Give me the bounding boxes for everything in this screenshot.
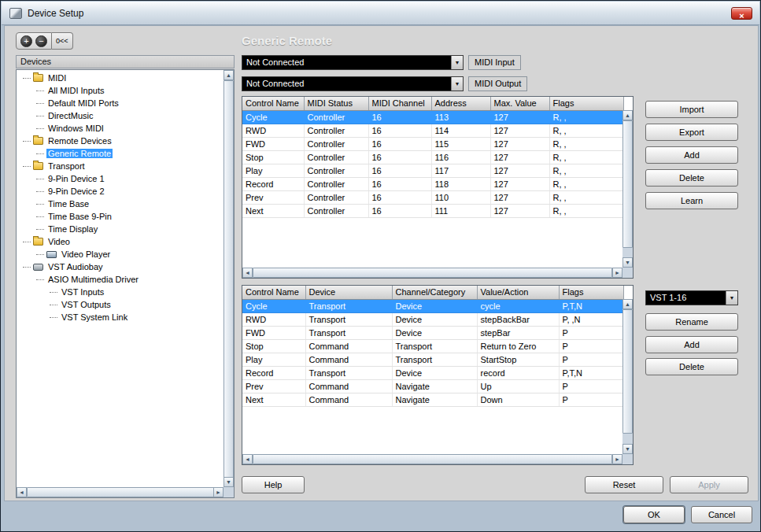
scroll-right-icon[interactable]: ► — [612, 268, 622, 278]
scroll-left-icon[interactable]: ◄ — [242, 454, 253, 464]
tree-item-remote-devices[interactable]: Remote Devices — [17, 135, 223, 147]
table-row-rwd[interactable]: RWDController16114127R, , — [242, 124, 624, 137]
table-row-next[interactable]: NextCommandNavigateDownP — [242, 393, 624, 406]
tree-item-9-pin-device-1[interactable]: 9-Pin Device 1 — [17, 172, 223, 185]
scroll-right-icon[interactable]: ► — [213, 487, 223, 497]
scroll-thumb[interactable] — [622, 120, 633, 248]
table-row-stop[interactable]: StopController16116127R, , — [242, 150, 624, 164]
midi-input-select[interactable]: Not Connected ▼ — [242, 55, 464, 70]
column-header-flags[interactable]: Flags — [549, 97, 624, 110]
scroll-thumb[interactable] — [253, 268, 612, 278]
assignment-table-horizontal-scrollbar[interactable]: ◄ ► — [242, 454, 622, 464]
export-button[interactable]: Export — [645, 124, 738, 141]
scroll-thumb[interactable] — [27, 487, 215, 497]
tree-item-directmusic[interactable]: DirectMusic — [17, 109, 223, 122]
cell: Command — [305, 339, 392, 353]
tree-item-vst-system-link[interactable]: VST System Link — [17, 311, 223, 323]
table-row-rwd[interactable]: RWDTransportDevicestepBackBarP, ,N — [242, 312, 624, 326]
rename-button[interactable]: Rename — [645, 313, 738, 331]
tree-item-transport[interactable]: Transport — [17, 160, 223, 172]
scroll-thumb[interactable] — [253, 454, 612, 464]
tree-item-vst-inputs[interactable]: VST Inputs — [17, 286, 223, 298]
tree-item-9-pin-device-2[interactable]: 9-Pin Device 2 — [17, 185, 223, 198]
cell: 127 — [490, 110, 549, 124]
scroll-down-icon[interactable]: ▼ — [622, 257, 633, 268]
tree-item-windows-midi[interactable]: Windows MIDI — [17, 122, 223, 135]
column-header-max-value[interactable]: Max. Value — [490, 97, 549, 110]
column-header-midi-status[interactable]: MIDI Status — [304, 97, 368, 110]
scroll-thumb[interactable] — [223, 80, 234, 478]
tree-item-time-base[interactable]: Time Base — [17, 198, 223, 210]
column-header-midi-channel[interactable]: MIDI Channel — [368, 97, 431, 110]
cell: FWD — [242, 137, 304, 150]
cancel-button[interactable]: Cancel — [691, 506, 752, 523]
tree-item-all-midi-inputs[interactable]: All MIDI Inputs — [17, 84, 223, 97]
scroll-up-icon[interactable]: ▲ — [223, 70, 234, 80]
table-row-play[interactable]: PlayController16117127R, , — [242, 164, 624, 177]
import-button[interactable]: Import — [645, 101, 738, 118]
table-row-prev[interactable]: PrevController16110127R, , — [242, 190, 624, 204]
tree-item-video-player[interactable]: Video Player — [17, 248, 223, 260]
scroll-left-icon[interactable]: ◄ — [17, 487, 27, 497]
tree-item-time-display[interactable]: Time Display — [17, 223, 223, 235]
midi-table-vertical-scrollbar[interactable]: ▲ ▼ — [622, 110, 633, 268]
scroll-down-icon[interactable]: ▼ — [622, 444, 633, 454]
scroll-up-icon[interactable]: ▲ — [622, 110, 633, 120]
table-row-fwd[interactable]: FWDController16115127R, , — [242, 137, 624, 150]
delete-button[interactable]: Delete — [645, 169, 738, 187]
add-device-button[interactable]: + — [20, 35, 32, 47]
tree-item-vst-audiobay[interactable]: VST Audiobay — [17, 260, 223, 273]
tree-item-asio-multimedia-driver[interactable]: ASIO Multimedia Driver — [17, 273, 223, 286]
tree-item-default-midi-ports[interactable]: Default MIDI Ports — [17, 97, 223, 109]
scroll-down-icon[interactable]: ▼ — [223, 477, 234, 487]
chevron-down-icon[interactable]: ▼ — [451, 77, 463, 91]
table-row-cycle[interactable]: CycleController16113127R, , — [242, 110, 624, 124]
tree-item-vst-outputs[interactable]: VST Outputs — [17, 298, 223, 311]
column-header-channel-category[interactable]: Channel/Category — [392, 286, 477, 299]
column-header-control-name[interactable]: Control Name — [242, 286, 305, 299]
chevron-down-icon[interactable]: ▼ — [451, 56, 463, 69]
table-row-record[interactable]: RecordTransportDevicerecordP,T,N — [242, 366, 624, 379]
table-row-prev[interactable]: PrevCommandNavigateUpP — [242, 379, 624, 393]
add-button[interactable]: Add — [645, 146, 738, 164]
column-header-device[interactable]: Device — [305, 286, 392, 299]
midi-input-label: MIDI Input — [468, 55, 521, 70]
assignment-table-vertical-scrollbar[interactable]: ▲ ▼ — [622, 299, 633, 454]
table-row-cycle[interactable]: CycleTransportDevicecycleP,T,N — [242, 299, 624, 312]
titlebar[interactable]: Device Setup × — [2, 2, 759, 25]
close-button[interactable]: × — [731, 7, 752, 20]
remove-device-button[interactable]: − — [35, 35, 47, 47]
apply-button[interactable]: Apply — [670, 476, 748, 493]
collapse-all-button[interactable]: 0<< — [52, 32, 73, 50]
column-header-address[interactable]: Address — [431, 97, 490, 110]
reset-button[interactable]: Reset — [585, 476, 663, 493]
tree-horizontal-scrollbar[interactable]: ◄ ► — [17, 487, 223, 497]
bank-add-button[interactable]: Add — [645, 336, 738, 353]
cell: Down — [477, 393, 559, 406]
learn-button[interactable]: Learn — [645, 192, 738, 209]
ok-button[interactable]: OK — [623, 506, 685, 523]
bank-delete-button[interactable]: Delete — [645, 358, 738, 375]
tree-item-generic-remote[interactable]: Generic Remote — [17, 147, 223, 160]
column-header-value-action[interactable]: Value/Action — [477, 286, 559, 299]
scroll-left-icon[interactable]: ◄ — [242, 268, 253, 278]
midi-table-horizontal-scrollbar[interactable]: ◄ ► — [242, 268, 622, 278]
table-row-stop[interactable]: StopCommandTransportReturn to ZeroP — [242, 339, 624, 353]
tree-item-time-base-9-pin[interactable]: Time Base 9-Pin — [17, 210, 223, 223]
table-row-play[interactable]: PlayCommandTransportStartStopP — [242, 353, 624, 366]
chevron-down-icon[interactable]: ▼ — [726, 291, 737, 305]
midi-output-select[interactable]: Not Connected ▼ — [242, 76, 464, 91]
scroll-thumb[interactable] — [622, 309, 633, 434]
table-row-next[interactable]: NextController16111127R, , — [242, 204, 624, 217]
scroll-up-icon[interactable]: ▲ — [622, 299, 633, 309]
column-header-control-name[interactable]: Control Name — [242, 97, 304, 110]
table-row-record[interactable]: RecordController16118127R, , — [242, 177, 624, 190]
scroll-right-icon[interactable]: ► — [612, 454, 622, 464]
table-row-fwd[interactable]: FWDTransportDevicestepBarP — [242, 326, 624, 339]
tree-item-midi[interactable]: MIDI — [17, 72, 223, 84]
tree-vertical-scrollbar[interactable]: ▲ ▼ — [223, 70, 234, 487]
tree-item-video[interactable]: Video — [17, 235, 223, 248]
vst-bank-select[interactable]: VST 1-16 ▼ — [645, 290, 738, 305]
column-header-flags[interactable]: Flags — [559, 286, 624, 299]
help-button[interactable]: Help — [242, 476, 305, 493]
